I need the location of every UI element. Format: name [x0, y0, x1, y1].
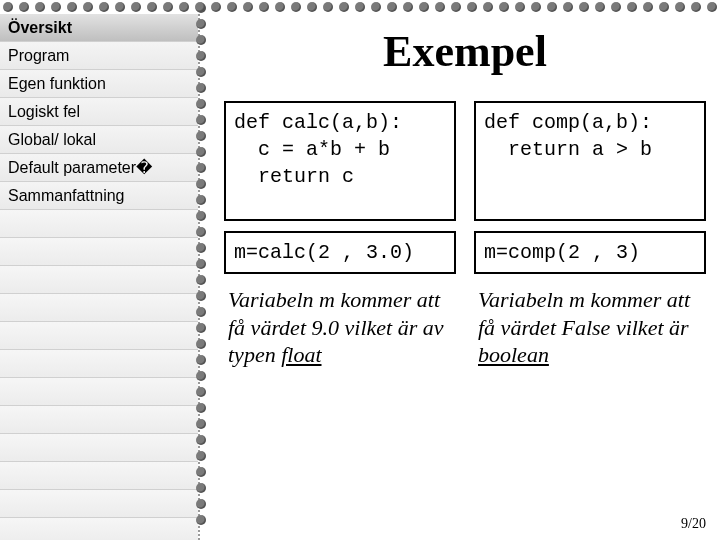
explain-type: boolean — [478, 342, 549, 367]
explain-right: Variabeln m kommer att få värdet False v… — [474, 284, 706, 371]
explain-text: Variabeln m kommer att få värdet 9.0 vil… — [228, 287, 443, 367]
code-call-calc: m=calc(2 , 3.0) — [224, 231, 456, 274]
nav-item-default-parameter[interactable]: Default parameter� — [0, 154, 198, 182]
slide-title: Exempel — [224, 26, 706, 77]
nav-item-logiskt-fel[interactable]: Logiskt fel — [0, 98, 198, 126]
page-number: 9/20 — [681, 516, 706, 532]
main-content: Exempel def calc(a,b): c = a*b + b retur… — [210, 14, 720, 540]
nav-label: Program — [8, 47, 69, 65]
nav-item-sammanfattning[interactable]: Sammanfattning — [0, 182, 198, 210]
code-def-calc: def calc(a,b): c = a*b + b return c — [224, 101, 456, 221]
explain-type: float — [281, 342, 321, 367]
nav-item-egen-funktion[interactable]: Egen funktion — [0, 70, 198, 98]
example-left: def calc(a,b): c = a*b + b return c m=ca… — [224, 101, 456, 371]
nav-item-global-lokal[interactable]: Global/ lokal — [0, 126, 198, 154]
sidebar: Översikt Program Egen funktion Logiskt f… — [0, 14, 200, 540]
example-right: def comp(a,b): return a > b m=comp(2 , 3… — [474, 101, 706, 371]
nav-label: Sammanfattning — [8, 187, 125, 205]
nav-item-program[interactable]: Program — [0, 42, 198, 70]
nav-label: Default parameter� — [8, 158, 152, 177]
nav-item-oversikt[interactable]: Översikt — [0, 14, 198, 42]
nav-label: Global/ lokal — [8, 131, 96, 149]
code-def-comp: def comp(a,b): return a > b — [474, 101, 706, 221]
explain-text: Variabeln m kommer att få värdet False v… — [478, 287, 690, 340]
code-call-comp: m=comp(2 , 3) — [474, 231, 706, 274]
nav-label: Översikt — [8, 19, 72, 37]
nav-label: Egen funktion — [8, 75, 106, 93]
nav-label: Logiskt fel — [8, 103, 80, 121]
explain-left: Variabeln m kommer att få värdet 9.0 vil… — [224, 284, 456, 371]
